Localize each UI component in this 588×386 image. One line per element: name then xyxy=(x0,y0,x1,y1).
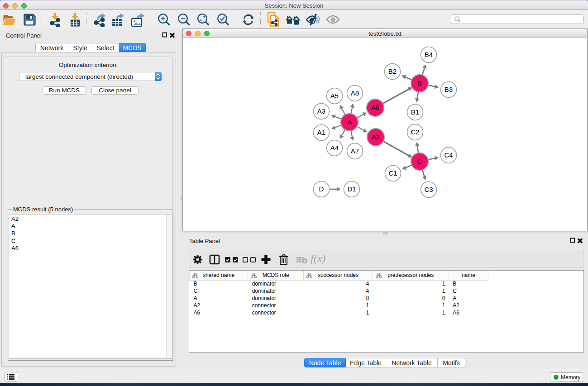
svg-text:A8: A8 xyxy=(351,89,359,97)
svg-text:A7: A7 xyxy=(351,147,359,155)
svg-text:C1: C1 xyxy=(388,169,397,177)
svg-text:A5: A5 xyxy=(330,92,339,100)
svg-text:A: A xyxy=(347,118,352,126)
svg-text:C: C xyxy=(417,157,422,165)
svg-text:D: D xyxy=(319,185,324,193)
svg-text:B3: B3 xyxy=(445,86,453,93)
svg-text:B2: B2 xyxy=(388,67,397,75)
svg-text:A6: A6 xyxy=(371,104,379,111)
svg-text:B4: B4 xyxy=(425,51,433,58)
svg-text:C4: C4 xyxy=(444,151,453,159)
svg-text:A4: A4 xyxy=(330,144,339,152)
svg-text:A2: A2 xyxy=(372,133,380,141)
svg-text:D1: D1 xyxy=(347,185,356,193)
svg-text:A1: A1 xyxy=(317,129,325,136)
svg-text:C2: C2 xyxy=(411,128,419,136)
svg-text:B: B xyxy=(417,79,422,87)
svg-text:B1: B1 xyxy=(411,108,419,116)
svg-text:C3: C3 xyxy=(424,186,433,193)
svg-text:A3: A3 xyxy=(317,107,325,115)
